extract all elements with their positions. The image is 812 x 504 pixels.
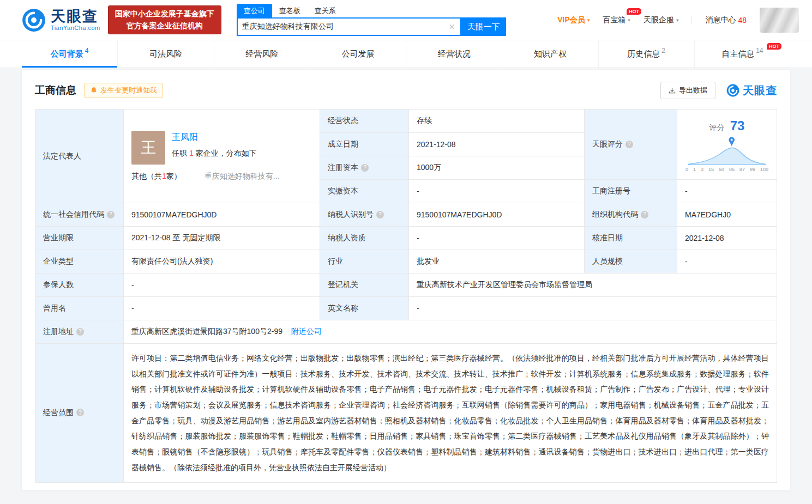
reg-authority-value: 重庆高新技术产业开发区管理委员会市场监督管理局 <box>409 274 777 297</box>
other-count: 1 <box>162 172 166 180</box>
established-date-label: 成立日期 <box>320 133 409 156</box>
tianyan-score-label: 天眼评分? <box>585 110 677 180</box>
search-tab-boss[interactable]: 查老板 <box>272 4 308 17</box>
tab-history-info[interactable]: 历史信息2 <box>598 40 694 68</box>
help-icon[interactable]: ? <box>641 211 648 218</box>
legal-rep-name-link[interactable]: 王凤阳 <box>172 132 198 143</box>
export-data-button[interactable]: 导出数据 <box>660 82 715 99</box>
table-row: 注册地址? 重庆高新区虎溪街道景阳路37号附100号2-99 附近公司 <box>35 320 777 344</box>
taxpayer-no-value: 91500107MA7EDGHJ0D <box>409 203 585 227</box>
former-name-label: 曾用名 <box>35 297 124 320</box>
user-avatar[interactable] <box>760 8 799 33</box>
clear-search-icon[interactable]: × <box>448 22 456 32</box>
tianyan-score-chart[interactable]: 评分 73 0131550858799100 <box>677 110 777 180</box>
status-label: 经营状态 <box>320 110 409 133</box>
tab-count: 14 <box>756 47 763 54</box>
taxpayer-quality-label: 纳税人资质 <box>320 227 409 250</box>
cert-line-1: 国家中小企业发展子基金旗下 <box>115 8 214 20</box>
score-distribution-curve <box>685 135 768 166</box>
tab-judicial-risk[interactable]: 司法风险 <box>117 40 213 68</box>
enterprise-services-menu[interactable]: 天眼企服 ▾ <box>643 15 679 25</box>
card-header: 工商信息 发生变更时通知我 导出数据 <box>22 70 790 107</box>
help-icon[interactable]: ? <box>76 409 84 416</box>
company-section-tabs: 公司背景4 司法风险 经营风险 公司发展 经营状况 知识产权 历史信息2 自主信… <box>0 40 812 68</box>
business-info-card: 工商信息 发生变更时通知我 导出数据 <box>22 70 790 490</box>
message-center[interactable]: 消息中心 48 <box>705 15 747 25</box>
help-icon[interactable]: ? <box>107 211 115 218</box>
other-companies-toggle[interactable]: 其他（共1家） <box>131 172 182 181</box>
tab-self-published-info[interactable]: 自主信息14 HOT <box>694 40 790 68</box>
score-axis: 0131550858799100 <box>685 167 768 172</box>
score-pin-icon <box>729 137 735 146</box>
english-name-value: - <box>409 297 777 320</box>
reg-authority-label: 登记机关 <box>320 274 409 297</box>
help-icon[interactable]: ? <box>376 211 384 218</box>
tab-operating-status[interactable]: 经营状况 <box>406 40 502 68</box>
notify-change-button[interactable]: 发生变更时通知我 <box>84 83 163 98</box>
search-box: × <box>237 17 461 36</box>
nearby-companies-link[interactable]: 附近公司 <box>291 327 322 336</box>
table-row: 经营范围? 许可项目：第二类增值电信业务；网络文化经营；出版物批发；出版物零售；… <box>35 344 777 483</box>
search-tab-company[interactable]: 查公司 <box>237 4 272 17</box>
paid-capital-value: - <box>409 180 585 203</box>
search-button[interactable]: 天眼一下 <box>461 17 506 36</box>
table-row: 参保人数 - 登记机关 重庆高新技术产业开发区管理委员会市场监督管理局 <box>35 274 777 297</box>
toolbox-menu[interactable]: HOT 百宝箱 ▾ <box>603 15 630 25</box>
tab-count: 2 <box>661 47 665 54</box>
certification-badge: 国家中小企业发展子基金旗下 官方备案企业征信机构 <box>108 5 221 34</box>
tianyancha-logo-icon <box>726 84 739 97</box>
help-icon[interactable]: ? <box>361 164 369 172</box>
insured-count-label: 参保人数 <box>35 274 124 297</box>
divider <box>691 16 692 25</box>
company-count: 1 <box>189 149 194 157</box>
approved-date-label: 核准日期 <box>585 227 677 250</box>
industry-value: 批发业 <box>409 250 585 274</box>
reg-address-value: 重庆高新区虎溪街道景阳路37号附100号2-99 <box>131 327 282 336</box>
staff-size-label: 人员规模 <box>585 250 677 274</box>
industry-label: 行业 <box>320 250 409 274</box>
reg-address-label: 注册地址? <box>35 320 124 344</box>
hot-badge: HOT <box>767 43 781 50</box>
company-type-value: 有限责任公司(法人独资) <box>124 250 320 274</box>
logo-name: 天眼查 <box>51 9 100 24</box>
legal-rep-role: 任职 1 家企业，分布如下 <box>172 149 257 159</box>
org-code-label: 组织机构代码? <box>585 203 677 227</box>
search-input[interactable] <box>242 22 448 31</box>
reg-capital-label: 注册资本? <box>320 156 409 180</box>
section-title: 工商信息 <box>35 83 76 98</box>
help-icon[interactable]: ? <box>76 328 84 336</box>
reg-number-value: - <box>677 180 777 203</box>
staff-size-value: - <box>677 250 777 274</box>
business-term-label: 营业期限 <box>35 227 124 250</box>
logo-text: 天眼查 TianYanCha.com <box>51 9 100 31</box>
tab-company-background[interactable]: 公司背景4 <box>22 40 117 68</box>
credit-code-value: 91500107MA7EDGHJ0D <box>124 203 320 227</box>
business-scope-label: 经营范围? <box>35 344 124 483</box>
reg-address-cell: 重庆高新区虎溪街道景阳路37号附100号2-99 附近公司 <box>124 320 777 344</box>
company-type-label: 企业类型 <box>35 250 124 274</box>
taxpayer-no-label: 纳税人识别号? <box>320 203 409 227</box>
tab-operation-risk[interactable]: 经营风险 <box>214 40 310 68</box>
established-date-value: 2021-12-08 <box>409 133 585 156</box>
vip-member-menu[interactable]: VIP会员 ▾ <box>557 15 590 25</box>
related-company-link[interactable]: 重庆知选好物科技有... <box>204 172 280 181</box>
chevron-down-icon: ▾ <box>628 17 630 23</box>
tab-intellectual-property[interactable]: 知识产权 <box>502 40 598 68</box>
score-value: 73 <box>730 118 745 133</box>
tab-count: 4 <box>85 47 89 54</box>
top-nav: VIP会员 ▾ HOT 百宝箱 ▾ 天眼企服 ▾ 消息中心 48 <box>557 8 799 33</box>
tianyancha-logo[interactable]: 天眼查 TianYanCha.com <box>22 8 100 32</box>
org-code-value: MA7EDGHJ0 <box>677 203 777 227</box>
search-tab-relation[interactable]: 查关系 <box>308 4 343 17</box>
english-name-label: 英文名称 <box>320 297 409 320</box>
legal-rep-avatar[interactable]: 王 <box>131 131 165 165</box>
search-tabs: 查公司 查老板 查关系 <box>237 4 506 17</box>
score-caption: 评分 <box>709 123 725 133</box>
tab-company-development[interactable]: 公司发展 <box>310 40 406 68</box>
insured-count-value: - <box>124 274 320 297</box>
paid-capital-label: 实缴资本 <box>320 180 409 203</box>
business-info-table: 法定代表人 王 王凤阳 任职 1 家企业，分布如下 其他（共1家） <box>35 109 777 483</box>
download-icon <box>669 87 676 94</box>
help-icon[interactable]: ? <box>625 141 633 148</box>
chevron-down-icon: ▾ <box>676 17 679 23</box>
